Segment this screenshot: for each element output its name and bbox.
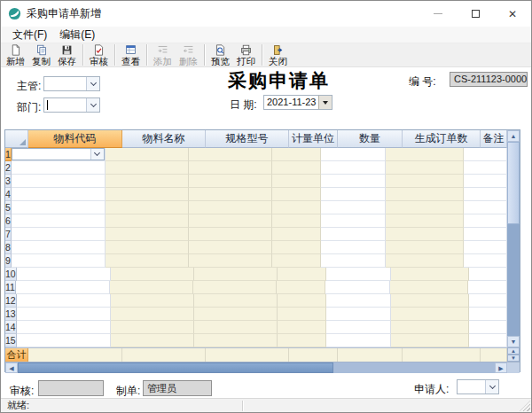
mini-scroll-up-button[interactable]: ▲ [507,347,520,355]
grid-cell[interactable] [16,281,110,294]
row-number-cell[interactable]: 14 [5,321,17,334]
grid-cell[interactable] [17,308,111,321]
row-number-cell[interactable]: 12 [5,294,17,308]
grid-cell[interactable] [391,268,469,281]
grid-cell[interactable] [464,148,507,161]
grid-cell[interactable] [194,308,278,321]
grid-cell[interactable] [386,214,464,228]
row-number-cell[interactable]: 5 [5,201,12,214]
grid-cell[interactable] [390,281,468,294]
grid-cell[interactable] [321,188,386,201]
row-number-cell[interactable]: 1 [5,148,12,161]
column-header-unit[interactable]: 计量单位 [289,130,338,148]
applicant-dropdown-button[interactable] [485,380,498,394]
column-header-spec-model[interactable]: 规格型号 [206,130,289,148]
grid-cell[interactable] [391,308,469,321]
grid-corner-cell[interactable] [5,130,28,148]
grid-cell[interactable] [272,188,321,201]
preview-button[interactable]: 预览 [207,43,233,66]
grid-cell[interactable] [189,254,272,268]
grid-cell[interactable] [386,201,464,214]
grid-cell[interactable] [321,214,386,228]
horizontal-scrollbar-track[interactable] [333,362,495,373]
grid-cell[interactable] [12,188,106,201]
grid-cell[interactable] [321,228,386,241]
supervisor-dropdown-button[interactable] [86,77,99,90]
grid-cell[interactable] [12,201,106,214]
material-code-combobox[interactable] [12,148,105,160]
grid-cell[interactable] [386,228,464,241]
row-number-cell[interactable]: 7 [5,228,12,241]
grid-cell[interactable] [391,334,469,347]
row-number-cell[interactable]: 4 [5,188,12,201]
grid-cell[interactable] [106,241,189,254]
grid-cell[interactable] [278,294,326,308]
grid-cell[interactable] [326,308,391,321]
grid-cell[interactable] [189,214,272,228]
grid-cell[interactable] [321,161,386,175]
grid-cell[interactable] [272,254,321,268]
grid-cell[interactable] [278,268,326,281]
audit-button[interactable]: 审核 [86,43,112,66]
grid-cell[interactable] [386,161,464,175]
grid-cell[interactable] [469,308,507,321]
grid-cell[interactable] [111,308,194,321]
grid-cell[interactable] [189,228,272,241]
grid-cell[interactable] [326,334,391,347]
grid-cell[interactable] [106,188,189,201]
print-button[interactable]: 打印 [233,43,259,66]
grid-cell[interactable] [272,228,321,241]
cell-dropdown-button[interactable] [90,149,104,160]
date-dropdown-button[interactable] [318,96,332,109]
grid-cell[interactable] [278,321,326,334]
column-header-material-name[interactable]: 物料名称 [122,130,206,148]
grid-cell[interactable] [17,294,111,308]
grid-cell[interactable] [17,268,111,281]
column-header-material-code[interactable]: 物料代码 [28,130,122,148]
grid-cell[interactable] [386,175,464,188]
grid-cell[interactable] [106,161,189,175]
grid-cell[interactable] [106,214,189,228]
save-button[interactable]: 保存 [54,43,80,66]
grid-cell[interactable] [111,334,194,347]
grid-cell[interactable] [111,268,194,281]
resize-grip[interactable] [520,401,530,411]
grid-cell[interactable] [110,281,193,294]
grid-cell[interactable] [391,294,469,308]
grid-cell[interactable] [321,148,386,161]
grid-cell[interactable] [391,321,469,334]
copy-button[interactable]: 复制 [28,43,54,66]
grid-cell[interactable] [106,175,189,188]
column-header-remarks[interactable]: 备注 [481,130,507,148]
grid-cell[interactable] [111,321,194,334]
grid-cell[interactable] [194,294,278,308]
row-number-cell[interactable]: 6 [5,214,12,228]
grid-cell[interactable] [464,228,507,241]
grid-cell[interactable] [12,214,106,228]
grid-cell[interactable] [272,161,321,175]
grid-cell[interactable] [469,321,507,334]
row-number-cell[interactable]: 10 [5,268,17,281]
minimize-button[interactable] [419,1,457,27]
column-header-generated-orders[interactable]: 生成订单数 [403,130,481,148]
grid-cell[interactable] [189,175,272,188]
grid-cell[interactable] [468,281,507,294]
grid-cell[interactable] [386,254,464,268]
grid-cell[interactable] [106,148,189,161]
applicant-combobox[interactable] [457,379,499,394]
grid-cell[interactable] [278,334,326,347]
grid-cell[interactable] [464,188,507,201]
grid-cell[interactable] [326,268,391,281]
grid-cell[interactable] [12,228,106,241]
grid-cell[interactable] [17,321,111,334]
scroll-up-button[interactable]: ▲ [507,130,520,142]
date-picker[interactable]: 2021-11-23 [263,95,332,110]
grid-cell[interactable] [321,175,386,188]
grid-cell[interactable] [321,241,386,254]
grid-cell[interactable] [189,148,272,161]
grid-cell[interactable] [12,241,106,254]
grid-cell[interactable] [325,281,390,294]
grid-cell[interactable] [464,201,507,214]
grid-cell[interactable] [386,188,464,201]
horizontal-scrollbar-thumb[interactable] [18,362,333,373]
